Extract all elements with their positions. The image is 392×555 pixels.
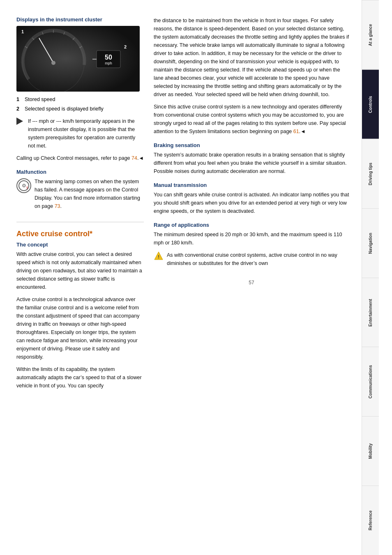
range-text: The minimum desired speed is 20 mph or 3… <box>154 230 349 247</box>
play-triangle-icon <box>16 117 25 125</box>
sidebar-tab-navigation[interactable]: Navigation <box>362 208 379 278</box>
list-item: 1 Stored speed <box>16 96 144 104</box>
svg-text:50: 50 <box>105 54 112 61</box>
svg-text:!: ! <box>27 186 28 190</box>
warning-note-box: ! As with conventional cruise control sy… <box>154 251 349 272</box>
warning-text: As with conventional cruise control syst… <box>167 251 349 267</box>
svg-text:2: 2 <box>124 44 127 49</box>
note-text: If --- mph or --- km/h temporarily appea… <box>28 118 135 149</box>
page-ref-74[interactable]: 74 <box>131 155 137 161</box>
svg-text:!: ! <box>158 254 159 259</box>
right-p2: Since this active cruise control system … <box>154 103 349 136</box>
page-ref-73[interactable]: 73 <box>55 203 60 209</box>
range-title: Range of applications <box>154 222 349 228</box>
concept-p2: Active cruise control is a technological… <box>16 295 144 361</box>
active-cruise-title: Active cruise control* <box>16 230 144 238</box>
sidebar-tab-entertainment[interactable]: Entertainment <box>362 278 379 347</box>
sidebar-tab-controls[interactable]: Controls <box>362 69 379 139</box>
sidebar-tab-communications[interactable]: Communications <box>362 347 379 416</box>
svg-text:1: 1 <box>21 29 24 34</box>
manual-text: You can shift gears while cruise control… <box>154 191 349 215</box>
braking-text: The system’s automatic brake operation r… <box>154 151 349 175</box>
malfunction-text: The warning lamp comes on when the syste… <box>35 177 144 210</box>
note-ref: Calling up Check Control messages, refer… <box>16 154 144 162</box>
warning-triangle-icon: ! <box>154 251 164 261</box>
right-p1: the distance to be maintained from the v… <box>154 16 349 99</box>
malfunction-title: Malfunction <box>16 169 144 175</box>
sidebar-tab-mobility[interactable]: Mobility <box>362 416 379 486</box>
svg-point-10 <box>51 61 55 65</box>
sidebar: At a glance Controls Driving tips Naviga… <box>362 0 379 555</box>
sidebar-tab-reference[interactable]: Reference <box>362 486 379 555</box>
list-item: 2 Selected speed is displayed briefly <box>16 105 144 113</box>
manual-title: Manual transmission <box>154 182 349 188</box>
braking-title: Braking sensation <box>154 142 349 148</box>
warning-lamp-icon: ⚙ ! <box>16 178 31 193</box>
concept-p3: Within the limits of its capability, the… <box>16 365 144 390</box>
displays-title: Displays in the instrument cluster <box>16 16 144 23</box>
cluster-list: 1 Stored speed 2 Selected speed is displ… <box>16 96 144 113</box>
note-box: If --- mph or --- km/h temporarily appea… <box>16 117 144 150</box>
svg-text:mph: mph <box>105 61 112 65</box>
concept-p1: With active cruise control, you can sele… <box>16 250 144 291</box>
svg-marker-17 <box>16 117 23 125</box>
concept-title: The concept <box>16 242 144 248</box>
malfunction-box: ⚙ ! The warning lamp comes on when the s… <box>16 177 144 214</box>
page-number: 57 <box>154 280 349 286</box>
cluster-image: 50 mph 1 2 <box>16 26 140 92</box>
page-ref-61[interactable]: 61 <box>293 129 299 134</box>
svg-text:⚙: ⚙ <box>22 183 26 189</box>
sidebar-tab-at-a-glance[interactable]: At a glance <box>362 0 379 69</box>
sidebar-tab-driving-tips[interactable]: Driving tips <box>362 139 379 208</box>
